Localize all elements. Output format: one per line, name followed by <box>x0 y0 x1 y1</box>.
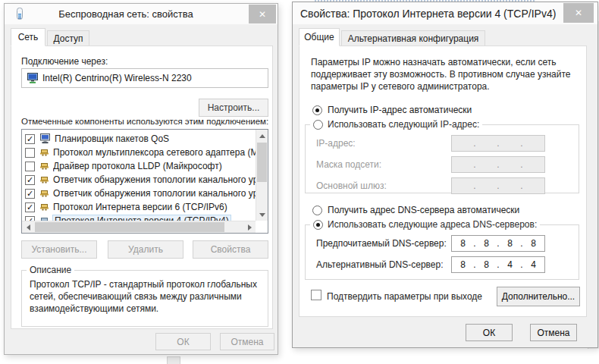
network-adapter-icon <box>27 73 39 84</box>
checkbox[interactable]: ✓ <box>25 189 35 199</box>
tab-network[interactable]: Сеть <box>11 28 45 46</box>
octet-separator: . <box>496 180 500 191</box>
vertical-scroll-thumb[interactable] <box>257 143 267 182</box>
cancel-button[interactable]: Отмена <box>220 333 274 350</box>
radio-label[interactable]: Получить IP-адрес автоматически <box>328 105 472 115</box>
octet-separator: . <box>472 180 477 191</box>
titlebar[interactable]: Свойства: Протокол Интернета версии 4 (T… <box>293 2 597 24</box>
properties-button: Свойства <box>193 240 268 259</box>
cancel-button[interactable]: Отмена <box>530 324 577 341</box>
component-row[interactable]: ✓ Протокол Интернета версии 6 (TCP/IPv6) <box>22 200 256 214</box>
scroll-up-button[interactable] <box>256 130 268 142</box>
configure-button[interactable]: Настроить... <box>199 99 268 117</box>
component-row[interactable]: ✓ Ответчик обнаружения топологии канальн… <box>22 187 256 200</box>
gateway-label: Основной шлюз: <box>316 180 387 191</box>
intro-text: Параметры IP можно назначать автоматичес… <box>311 56 579 93</box>
octet[interactable]: 8 <box>453 238 472 249</box>
dns-manual-radio-row[interactable]: Использовать следующие адреса DNS-сервер… <box>310 219 540 230</box>
component-row[interactable]: ✓ Ответчик обнаружения топологии канальн… <box>22 173 256 187</box>
triangle-left-icon <box>27 224 30 231</box>
scroll-right-button[interactable] <box>243 221 256 234</box>
octet[interactable]: 8 <box>477 238 496 249</box>
protocol-icon <box>39 190 49 197</box>
tab-label: Сеть <box>18 32 39 42</box>
radio-button[interactable] <box>313 120 323 130</box>
component-label: Ответчик обнаружения топологии канальног… <box>53 188 256 199</box>
radio-button[interactable] <box>313 220 323 230</box>
octet[interactable]: 8 <box>500 238 519 249</box>
checkbox[interactable] <box>25 148 35 158</box>
checkmark-icon: ✓ <box>27 202 33 212</box>
triangle-down-icon <box>259 213 265 217</box>
radio-label[interactable]: Получить адрес DNS-сервера автоматически <box>328 205 519 215</box>
horizontal-scroll-thumb[interactable] <box>35 222 224 232</box>
horizontal-scrollbar[interactable] <box>22 221 256 233</box>
protocol-icon <box>39 203 49 211</box>
titlebar[interactable]: Беспроводная сеть: свойства ✕ <box>5 4 278 24</box>
ok-button[interactable]: ОК <box>155 333 211 350</box>
ip-address-label: IP-адрес: <box>316 138 356 149</box>
gateway-field: . . . <box>451 177 545 194</box>
dialog-title: Свойства: Протокол Интернета версии 4 (T… <box>300 8 556 20</box>
protocol-icon <box>39 176 49 184</box>
checkbox[interactable]: ✓ <box>25 175 35 185</box>
wireless-properties-dialog: Беспроводная сеть: свойства ✕ Сеть Досту… <box>4 3 278 355</box>
octet[interactable]: 4 <box>500 259 519 270</box>
scroll-left-button[interactable] <box>22 221 34 234</box>
close-button[interactable]: ✕ <box>249 5 276 24</box>
octet[interactable]: 8 <box>524 238 543 249</box>
general-tab-page: Параметры IP можно назначать автоматичес… <box>299 46 587 317</box>
ip-address-field: . . . <box>451 135 545 152</box>
tab-general[interactable]: Общие <box>299 28 340 46</box>
checkbox[interactable]: ✓ <box>25 202 35 212</box>
radio-label[interactable]: Использовать следующие адреса DNS-сервер… <box>328 219 537 230</box>
advanced-button[interactable]: Дополнительно... <box>497 287 580 306</box>
octet[interactable]: 8 <box>453 259 472 270</box>
octet[interactable]: 8 <box>477 259 496 270</box>
octet-separator: . <box>519 138 524 149</box>
subnet-mask-label: Маска подсети: <box>316 159 381 170</box>
checkmark-icon: ✓ <box>27 134 33 143</box>
scroll-down-button[interactable] <box>256 209 268 221</box>
checkbox[interactable]: ✓ <box>25 134 35 144</box>
tab-alternate-configuration[interactable]: Альтернативная конфигурация <box>341 30 485 46</box>
desktop: Беспроводная сеть: свойства ✕ Сеть Досту… <box>0 0 599 364</box>
triangle-right-icon <box>248 224 252 231</box>
component-row[interactable]: ✓ Планировщик пакетов QoS <box>22 132 256 146</box>
preferred-dns-field[interactable]: 8. 8. 8. 8 <box>451 235 545 252</box>
ipv4-properties-dialog: Свойства: Протокол Интернета версии 4 (T… <box>292 2 598 348</box>
ip-manual-radio-row[interactable]: Использовать следующий IP-адрес: <box>310 119 482 130</box>
install-button: Установить... <box>21 240 97 259</box>
description-group-title: Описание <box>27 265 74 275</box>
alternate-dns-field[interactable]: 8. 8. 4. 4 <box>451 256 545 273</box>
radio-button[interactable] <box>312 206 322 215</box>
vertical-scrollbar[interactable] <box>256 130 268 221</box>
ok-button[interactable]: ОК <box>466 324 513 341</box>
ip-auto-radio-row[interactable]: Получить IP-адрес автоматически <box>312 105 472 115</box>
octet-separator: . <box>496 138 500 149</box>
component-label: Ответчик обнаружения топологии канальног… <box>53 174 256 185</box>
computer-icon <box>39 133 51 144</box>
validate-checkbox-label[interactable]: Подтвердить параметры при выходе <box>327 291 482 302</box>
protocol-icon <box>39 149 49 156</box>
uninstall-button: Удалить <box>108 240 183 259</box>
dialog-title: Беспроводная сеть: свойства <box>5 8 247 20</box>
component-row[interactable]: Протокол мультиплексора сетевого адаптер… <box>22 146 256 159</box>
background-window-fragment <box>167 356 180 364</box>
octet-separator: . <box>472 159 477 170</box>
component-row[interactable]: Драйвер протокола LLDP (Майкрософт) <box>22 159 256 173</box>
close-button[interactable]: ✕ <box>563 3 594 23</box>
tab-access[interactable]: Доступ <box>47 30 89 46</box>
octet[interactable]: 4 <box>524 259 543 270</box>
checkbox[interactable] <box>25 162 35 171</box>
octet-separator: . <box>472 138 477 149</box>
octet-separator: . <box>519 159 524 170</box>
octet-separator: . <box>496 159 500 170</box>
connection-label: Подключение через: <box>21 56 108 67</box>
validate-checkbox[interactable] <box>311 290 321 300</box>
adapter-field: Intel(R) Centrino(R) Wireless-N 2230 <box>21 68 268 88</box>
dns-auto-radio-row[interactable]: Получить адрес DNS-сервера автоматически <box>312 205 519 215</box>
radio-label[interactable]: Использовать следующий IP-адрес: <box>328 119 479 130</box>
checkmark-icon: ✓ <box>27 189 33 198</box>
radio-button[interactable] <box>312 105 322 115</box>
